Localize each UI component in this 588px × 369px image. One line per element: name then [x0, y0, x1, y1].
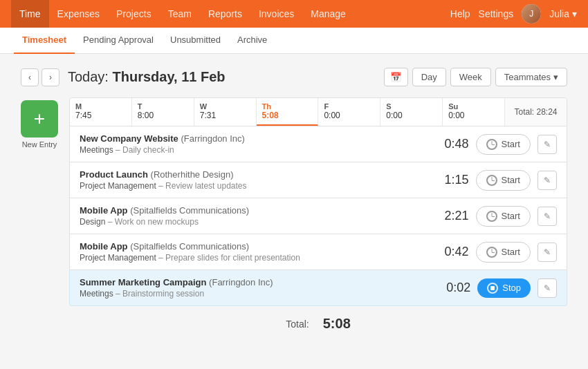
entry-desc-text: Review latest updates: [165, 181, 246, 191]
day-row-container: M7:45T8:00W7:31Th5:08F0:00S0:00Su0:00 To…: [69, 97, 567, 126]
prev-arrow-button[interactable]: ‹: [21, 68, 39, 86]
entry-project: Mobile App (Spitalfields Communications): [80, 241, 434, 252]
new-entry-label: New Entry: [22, 140, 57, 149]
start-button[interactable]: Start: [476, 206, 531, 227]
entry-info: New Company Website (Farringdon Inc) Mee…: [80, 133, 434, 155]
stop-icon: [487, 283, 498, 294]
entry-right: 0:02 Stop ✎: [436, 278, 557, 298]
entry-info: Mobile App (Spitalfields Communications)…: [80, 205, 434, 227]
main-content: ‹ › Today: Thursday, 11 Feb 📅 Day Week T…: [0, 54, 588, 355]
new-entry-button[interactable]: +: [21, 100, 58, 138]
subnav-unsubmitted[interactable]: Unsubmitted: [162, 28, 229, 54]
next-arrow-button[interactable]: ›: [42, 68, 59, 86]
day-cell-t[interactable]: T8:00: [132, 98, 194, 126]
day-cell-m[interactable]: M7:45: [70, 98, 132, 126]
start-button[interactable]: Start: [476, 242, 531, 263]
edit-button[interactable]: ✎: [538, 243, 557, 262]
subnav-pending-approval[interactable]: Pending Approval: [75, 28, 162, 54]
entry-task: Project Management: [80, 253, 156, 263]
nav-right: Help Settings J Julia ▾: [450, 4, 577, 23]
week-view-button[interactable]: Week: [450, 68, 491, 86]
entry-desc-text: Work on new mockups: [115, 217, 199, 227]
edit-button[interactable]: ✎: [538, 171, 557, 190]
day-label: Su: [448, 102, 499, 111]
total-amount: 5:08: [323, 316, 351, 332]
nav-item-manage[interactable]: Manage: [302, 0, 354, 28]
edit-button[interactable]: ✎: [538, 278, 557, 298]
content-area: + New Entry M7:45T8:00W7:31Th5:08F0:00S0…: [21, 97, 567, 341]
day-time: 0:00: [386, 111, 437, 120]
user-menu[interactable]: Julia ▾: [549, 8, 577, 19]
entry-right: 0:42 Start ✎: [434, 242, 557, 263]
nav-items: Time Expenses Projects Team Reports Invo…: [11, 0, 450, 28]
entry-task: Project Management: [80, 181, 156, 191]
day-time: 0:00: [448, 111, 499, 120]
pencil-icon: ✎: [544, 176, 551, 185]
nav-item-projects[interactable]: Projects: [108, 0, 160, 28]
clock-icon: [486, 139, 497, 150]
pencil-icon: ✎: [544, 247, 551, 257]
entry-info: Product Launch (Rotherhithe Design) Proj…: [80, 169, 434, 191]
total-row: Total: 5:08: [69, 306, 567, 341]
day-time: 7:31: [200, 111, 250, 120]
user-name-label: Julia: [549, 8, 569, 19]
subnav-timesheet[interactable]: Timesheet: [14, 28, 75, 54]
entry-description: Project Management – Review latest updat…: [80, 181, 434, 191]
nav-item-expenses[interactable]: Expenses: [49, 0, 108, 28]
day-cell-f[interactable]: F0:00: [318, 98, 380, 126]
entry-client: (Spitalfields Communications): [130, 241, 249, 252]
day-cell-w[interactable]: W7:31: [194, 98, 257, 126]
time-entry: New Company Website (Farringdon Inc) Mee…: [69, 126, 567, 162]
day-label: W: [200, 102, 250, 111]
settings-link[interactable]: Settings: [479, 8, 514, 19]
teammates-chevron-icon: ▾: [553, 72, 558, 82]
day-label: F: [324, 102, 374, 111]
teammates-button[interactable]: Teammates ▾: [495, 68, 567, 86]
subnav-archive[interactable]: Archive: [229, 28, 275, 54]
avatar-image: J: [522, 4, 541, 23]
calendar-icon: 📅: [390, 72, 402, 82]
entry-project: Product Launch (Rotherhithe Design): [80, 169, 434, 180]
start-label: Start: [502, 211, 520, 221]
start-button[interactable]: Start: [476, 134, 531, 155]
day-cell-th[interactable]: Th5:08: [257, 98, 319, 126]
entry-time: 1:15: [434, 173, 469, 187]
total-cell: Total: 28:24: [504, 98, 567, 126]
nav-item-reports[interactable]: Reports: [200, 0, 250, 28]
entry-time: 0:02: [436, 281, 470, 295]
start-button[interactable]: Start: [476, 170, 531, 191]
nav-item-team[interactable]: Team: [160, 0, 200, 28]
time-entry: Summer Marketing Campaign (Farringdon In…: [69, 270, 567, 306]
entry-description: Design – Work on new mockups: [80, 217, 434, 227]
day-time: 8:00: [138, 111, 188, 120]
clock-icon: [486, 211, 497, 222]
entry-desc-text: Prepare slides for client presentation: [165, 253, 300, 263]
sub-navigation: Timesheet Pending Approval Unsubmitted A…: [0, 28, 588, 54]
edit-button[interactable]: ✎: [538, 207, 557, 226]
entry-separator: –: [158, 181, 165, 191]
nav-item-invoices[interactable]: Invoices: [250, 0, 302, 28]
entry-description: Meetings – Daily check-in: [80, 145, 434, 155]
day-label: T: [138, 102, 188, 111]
entry-info: Mobile App (Spitalfields Communications)…: [80, 241, 434, 263]
entry-client: (Rotherhithe Design): [151, 169, 234, 180]
entry-project: Summer Marketing Campaign (Farringdon In…: [80, 277, 436, 287]
day-time: 0:00: [324, 111, 374, 120]
day-cell-su[interactable]: Su0:00: [443, 98, 504, 126]
entry-client: (Farringdon Inc): [181, 133, 244, 144]
start-label: Start: [502, 247, 520, 257]
entries-container: New Company Website (Farringdon Inc) Mee…: [69, 126, 567, 306]
entry-right: 2:21 Start ✎: [434, 206, 557, 227]
day-view-button[interactable]: Day: [412, 68, 446, 86]
stop-button[interactable]: Stop: [477, 278, 531, 298]
top-navigation: Time Expenses Projects Team Reports Invo…: [0, 0, 588, 28]
day-label: Th: [262, 102, 313, 111]
pencil-icon: ✎: [544, 283, 551, 293]
edit-button[interactable]: ✎: [538, 135, 557, 154]
day-cell-s[interactable]: S0:00: [380, 98, 443, 126]
nav-item-time[interactable]: Time: [11, 0, 49, 28]
calendar-button[interactable]: 📅: [384, 68, 408, 86]
date-value: Thursday, 11 Feb: [113, 69, 226, 84]
total-label: Total:: [286, 319, 309, 330]
help-link[interactable]: Help: [450, 8, 470, 19]
